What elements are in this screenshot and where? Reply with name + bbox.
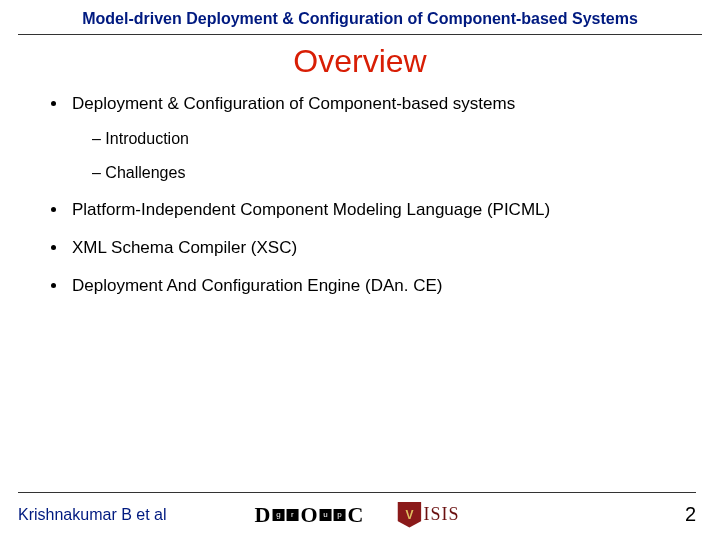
logo-letter-d: D bbox=[255, 504, 271, 526]
header-bar: Model-driven Deployment & Configuration … bbox=[18, 0, 702, 35]
header-title: Model-driven Deployment & Configuration … bbox=[82, 10, 638, 27]
footer: Krishnakumar B et al D g r O u p C V ISI… bbox=[18, 492, 696, 526]
footer-logos: D g r O u p C V ISIS bbox=[255, 502, 460, 528]
isis-logo: V ISIS bbox=[397, 502, 459, 528]
sub-bullet-item: Introduction bbox=[92, 130, 680, 148]
sub-bullet-text: Introduction bbox=[105, 130, 189, 147]
slide-title: Overview bbox=[0, 43, 720, 80]
logo-grid: g r bbox=[272, 509, 298, 521]
logo-cell: g bbox=[272, 509, 284, 521]
bullet-text: Platform-Independent Component Modeling … bbox=[72, 200, 550, 219]
slide: Model-driven Deployment & Configuration … bbox=[0, 0, 720, 540]
logo-cell: p bbox=[334, 509, 346, 521]
bullet-list: Deployment & Configuration of Component-… bbox=[40, 94, 680, 296]
bullet-item: Deployment And Configuration Engine (DAn… bbox=[68, 276, 680, 296]
content-area: Deployment & Configuration of Component-… bbox=[0, 94, 720, 296]
sub-bullet-list: Introduction Challenges bbox=[72, 130, 680, 182]
sub-bullet-item: Challenges bbox=[92, 164, 680, 182]
shield-icon: V bbox=[397, 502, 421, 528]
sub-bullet-text: Challenges bbox=[105, 164, 185, 181]
logo-letter-c: C bbox=[348, 504, 364, 526]
bullet-item: Deployment & Configuration of Component-… bbox=[68, 94, 680, 182]
bullet-text: Deployment And Configuration Engine (DAn… bbox=[72, 276, 442, 295]
page-number: 2 bbox=[666, 503, 696, 526]
bullet-text: XML Schema Compiler (XSC) bbox=[72, 238, 297, 257]
doc-group-logo: D g r O u p C bbox=[255, 504, 364, 526]
logo-cell: u bbox=[320, 509, 332, 521]
bullet-item: Platform-Independent Component Modeling … bbox=[68, 200, 680, 220]
author-text: Krishnakumar B et al bbox=[18, 506, 198, 524]
bullet-text: Deployment & Configuration of Component-… bbox=[72, 94, 515, 113]
logo-cell: r bbox=[286, 509, 298, 521]
logo-letter-o: O bbox=[300, 504, 317, 526]
isis-text: ISIS bbox=[423, 504, 459, 525]
logo-grid: u p bbox=[320, 509, 346, 521]
bullet-item: XML Schema Compiler (XSC) bbox=[68, 238, 680, 258]
